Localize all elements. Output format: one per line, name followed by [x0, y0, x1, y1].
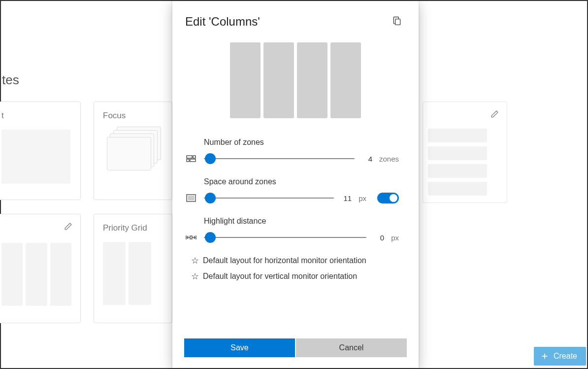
layout-preview [172, 34, 419, 138]
highlight-value: 0 [373, 234, 384, 242]
highlight-setting: Highlight distance 0 [185, 217, 399, 243]
default-horizontal-label: Default layout for horizontal monitor or… [203, 256, 366, 265]
create-button[interactable]: Create [534, 347, 586, 366]
default-vertical-checkbox[interactable]: ☆ Default layout for vertical monitor or… [191, 272, 399, 281]
svg-rect-3 [187, 156, 192, 158]
highlight-unit: px [391, 234, 399, 242]
card-title: Focus [103, 111, 163, 121]
template-card-priority-grid[interactable]: Priority Grid [94, 214, 172, 323]
highlight-slider[interactable] [204, 232, 366, 243]
star-icon: ☆ [191, 272, 199, 281]
card-thumbnail [103, 242, 163, 305]
svg-rect-4 [193, 156, 196, 158]
zones-label: Number of zones [204, 138, 399, 147]
focus-stack-icon [107, 127, 163, 176]
zones-value: 4 [361, 155, 372, 163]
space-label: Space around zones [204, 177, 399, 186]
card-title: t [1, 111, 71, 121]
duplicate-icon[interactable] [392, 16, 402, 28]
rows-thumbnail [423, 124, 492, 201]
default-horizontal-checkbox[interactable]: ☆ Default layout for horizontal monitor … [191, 256, 399, 265]
svg-rect-6 [190, 159, 196, 162]
star-icon: ☆ [191, 256, 199, 265]
card-thumbnail [1, 130, 70, 184]
save-button[interactable]: Save [184, 338, 295, 357]
zones-setting: Number of zones 4 zones [185, 138, 399, 165]
zones-slider[interactable] [204, 153, 355, 165]
edit-layout-dialog: Edit 'Columns' Number of zones [172, 1, 419, 368]
padding-icon [185, 194, 197, 202]
svg-rect-12 [190, 236, 192, 239]
card-title: Priority Grid [103, 223, 163, 233]
default-vertical-label: Default layout for vertical monitor orie… [203, 272, 357, 281]
space-setting: Space around zones 11 px [185, 177, 399, 204]
zones-unit: zones [379, 155, 399, 163]
highlight-label: Highlight distance [204, 217, 399, 226]
card-thumbnail [1, 243, 71, 306]
space-slider[interactable] [204, 192, 334, 204]
space-toggle[interactable] [377, 193, 399, 203]
pencil-icon[interactable] [490, 110, 499, 120]
create-button-label: Create [554, 352, 577, 361]
pencil-icon[interactable] [64, 222, 72, 233]
space-value: 11 [341, 194, 352, 202]
grid-icon [185, 155, 197, 162]
distance-icon [185, 235, 197, 240]
space-unit: px [359, 194, 366, 202]
dialog-title: Edit 'Columns' [185, 15, 260, 29]
plus-icon [541, 352, 549, 360]
cancel-button[interactable]: Cancel [296, 338, 407, 357]
svg-rect-5 [187, 159, 189, 162]
svg-rect-8 [188, 196, 194, 200]
template-card-custom[interactable] [0, 214, 81, 323]
template-card-focus[interactable]: Focus [94, 101, 172, 200]
template-card[interactable]: t [0, 101, 81, 200]
svg-rect-2 [395, 19, 400, 25]
template-card-rows[interactable] [423, 101, 507, 203]
